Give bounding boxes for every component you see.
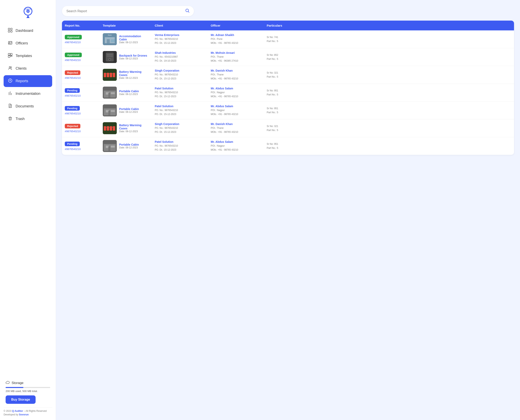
template-image (103, 87, 117, 99)
template-name: Backpack for Drones (119, 54, 147, 57)
template-info: Backpack for Drones Date: 08-12-2023 (119, 54, 147, 60)
sidebar-item-templates[interactable]: Templates (4, 50, 52, 62)
table-row[interactable]: Approved #9876543210 Room Accommodation … (62, 30, 514, 48)
client-po: PO. No.: 9876543210 (155, 90, 205, 94)
report-number: #9876543210 (65, 41, 81, 44)
client-po-dt: PO. Dt.: 19-10-2023 (155, 59, 205, 63)
status-badge: Pending (65, 142, 80, 146)
svg-line-31 (188, 11, 189, 12)
table-row[interactable]: Pending #9876543210 Portable Cabin Date:… (62, 84, 514, 102)
client-name: Patel Solution (155, 140, 205, 143)
officer-mob: MOb.: +91 - 98765 43210 (211, 77, 261, 81)
template-name: Portable Cabin (119, 143, 139, 146)
svg-rect-63 (110, 126, 112, 131)
storage-title: Storage (6, 381, 50, 385)
col-header-client: Client (152, 21, 208, 30)
buy-storage-button[interactable]: Buy Storage (6, 395, 36, 404)
instrumentation-icon (7, 91, 13, 96)
svg-rect-72 (108, 146, 110, 151)
svg-point-18 (9, 67, 11, 68)
table-row[interactable]: Rejected #9876543210 Battery Warming Cas… (62, 66, 514, 84)
table-row[interactable]: Pending #9876543210 Portable Cabin Date:… (62, 137, 514, 155)
trash-icon (7, 116, 13, 122)
report-number: #9876543210 (65, 94, 81, 97)
cell-report-no: Rejected #9876543210 (62, 68, 100, 82)
client-name: Singh Corporation (155, 69, 205, 72)
table-header: Report No. Template Client Officer Parti… (62, 21, 514, 30)
sidebar-item-clients[interactable]: Clients (4, 63, 52, 75)
particular-sr: Sr No: 852 (267, 53, 301, 57)
logo: Q AUDITOR Q (21, 6, 35, 20)
status-badge: Rejected (65, 124, 80, 128)
table-row[interactable]: Pending #9876543210 Portable Cabin Date:… (62, 102, 514, 120)
officer-poi: POI.: Thane (211, 126, 261, 130)
client-po: PO. No.: 9876543210 (155, 144, 205, 148)
particular-part: Part No.: 5 (267, 39, 301, 43)
template-info: Accommodation Cabin Date: 08-12-2023 (119, 35, 149, 44)
status-badge: Pending (65, 106, 80, 111)
table-row[interactable]: Approved #9876543210 Backpack for Drones… (62, 48, 514, 66)
sidebar-item-label: Trash (15, 117, 25, 121)
sidebar-item-trash[interactable]: Trash (4, 113, 52, 125)
template-date: Date: 08-12-2023 (119, 111, 139, 113)
officer-name: Mr. Abdus Salam (211, 140, 261, 143)
report-number: #9876543210 (65, 148, 81, 150)
template-info: Portable Cabin Date: 08-12-2023 (119, 107, 139, 113)
svg-rect-46 (113, 73, 115, 77)
client-po-dt: PO. Dt.: 15-12-2023 (155, 41, 205, 45)
sidebar-item-documents[interactable]: Documents (4, 100, 52, 112)
sidebar-navigation: Dashboard Officers (0, 25, 56, 379)
officer-name: Mr. Danish Khan (211, 122, 261, 126)
officer-mob: MOb.: +91 - 98765 43210 (211, 148, 261, 152)
col-header-particulars: Particulars (264, 21, 304, 30)
cell-particulars: Sr No: 321 Part No.: 5 (264, 68, 304, 82)
table-row[interactable]: Rejected #9876543210 Battery Warming Cas… (62, 120, 514, 137)
svg-rect-54 (108, 93, 110, 98)
template-name: Portable Cabin (119, 107, 139, 111)
report-number: #9876543210 (65, 76, 81, 79)
particular-sr: Sr No: 741 (267, 35, 301, 39)
documents-icon (7, 104, 13, 109)
col-header-officer: Officer (208, 21, 264, 30)
officer-poi: POI.: Nagpur (211, 144, 261, 148)
sidebar-item-label: Officers (15, 41, 28, 45)
officer-name: Mr. Danish Khan (211, 69, 261, 72)
sidebar-item-reports[interactable]: Reports (4, 75, 52, 87)
svg-rect-15 (8, 56, 10, 57)
cell-report-no: Approved #9876543210 (62, 50, 100, 64)
sidebar-item-instrumentation[interactable]: Instrumentation (4, 88, 52, 100)
svg-rect-34 (107, 39, 110, 43)
officers-icon (7, 41, 13, 46)
sidebar-item-officers[interactable]: Officers (4, 38, 52, 49)
officer-poi: POI.: Nagpur (211, 108, 261, 112)
template-image: Room (103, 33, 117, 45)
cell-template: Portable Cabin Date: 08-12-2023 (100, 84, 152, 101)
search-icon[interactable] (185, 8, 190, 14)
report-table: Report No. Template Client Officer Parti… (62, 21, 514, 155)
particular-sr: Sr No: 951 (267, 89, 301, 93)
template-image (103, 140, 117, 152)
svg-rect-44 (107, 73, 109, 77)
svg-rect-39 (107, 54, 113, 55)
client-name: Singh Corporation (155, 122, 205, 126)
svg-rect-13 (8, 53, 10, 55)
svg-rect-71 (111, 146, 115, 148)
svg-rect-6 (11, 28, 12, 30)
svg-rect-40 (107, 56, 113, 57)
template-name: Battery Warming Cases (119, 70, 149, 77)
report-number: #9876543210 (65, 59, 81, 62)
footer-copyright: © 2023 Q Auditor – All Rights Reserved (4, 407, 52, 412)
cell-template: Battery Warming Cases Date: 08-12-2023 (100, 66, 152, 84)
sidebar-item-dashboard[interactable]: Dashboard (4, 25, 52, 37)
client-name: Shah Industries (155, 51, 205, 54)
cell-report-no: Approved #9876543210 (62, 32, 100, 47)
template-name: Accommodation Cabin (119, 35, 149, 41)
search-input[interactable] (66, 9, 185, 13)
template-image (103, 51, 117, 63)
template-info: Portable Cabin Date: 08-12-2023 (119, 90, 139, 96)
svg-rect-17 (11, 56, 12, 56)
particular-sr: Sr No: 321 (267, 124, 301, 128)
svg-rect-45 (110, 73, 112, 77)
cell-client: Patel Solution PO. No.: 9876543210 PO. D… (152, 137, 208, 155)
cell-particulars: Sr No: 951 Part No.: 5 (264, 104, 304, 117)
